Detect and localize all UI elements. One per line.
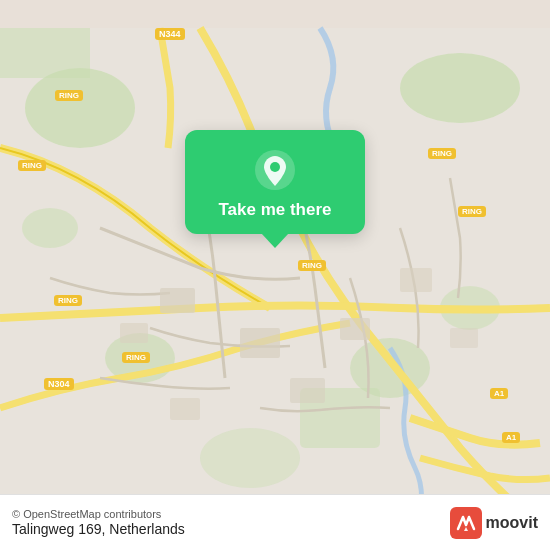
bottom-bar: © OpenStreetMap contributors Talingweg 1… — [0, 494, 550, 550]
moovit-name: moovit — [486, 514, 538, 532]
svg-rect-16 — [290, 378, 325, 403]
moovit-logo: moovit — [450, 507, 538, 539]
road-label-ring1: RING — [55, 90, 83, 101]
road-label-ring5: RING — [298, 260, 326, 271]
road-label-ring3: RING — [54, 295, 82, 306]
popup-label: Take me there — [218, 200, 331, 220]
road-label-ring4: RING — [122, 352, 150, 363]
svg-point-2 — [400, 53, 520, 123]
svg-rect-17 — [450, 328, 478, 348]
location-pin-icon — [253, 148, 297, 192]
road-label-a1: A1 — [490, 388, 508, 399]
svg-point-9 — [200, 428, 300, 488]
road-label-ring6: RING — [428, 148, 456, 159]
map-background — [0, 0, 550, 550]
road-label-n344: N344 — [155, 28, 185, 40]
svg-point-1 — [25, 68, 135, 148]
take-me-there-button[interactable]: Take me there — [185, 130, 365, 234]
map-container: N344 RING RING RING RING RING RING RING … — [0, 0, 550, 550]
svg-point-7 — [22, 208, 78, 248]
copyright-text: © OpenStreetMap contributors — [12, 508, 185, 520]
moovit-icon — [450, 507, 482, 539]
svg-rect-13 — [120, 323, 148, 343]
svg-rect-11 — [160, 288, 195, 313]
road-label-ring2: RING — [18, 160, 46, 171]
road-label-ring7: RING — [458, 206, 486, 217]
svg-point-19 — [270, 162, 280, 172]
bottom-left-info: © OpenStreetMap contributors Talingweg 1… — [12, 508, 185, 537]
svg-rect-3 — [0, 28, 90, 78]
road-label-a1b: A1 — [502, 432, 520, 443]
svg-rect-12 — [340, 318, 370, 340]
location-text: Talingweg 169, Netherlands — [12, 521, 185, 537]
svg-rect-14 — [400, 268, 432, 292]
svg-rect-15 — [170, 398, 200, 420]
svg-rect-10 — [240, 328, 280, 358]
road-label-n304: N304 — [44, 378, 74, 390]
